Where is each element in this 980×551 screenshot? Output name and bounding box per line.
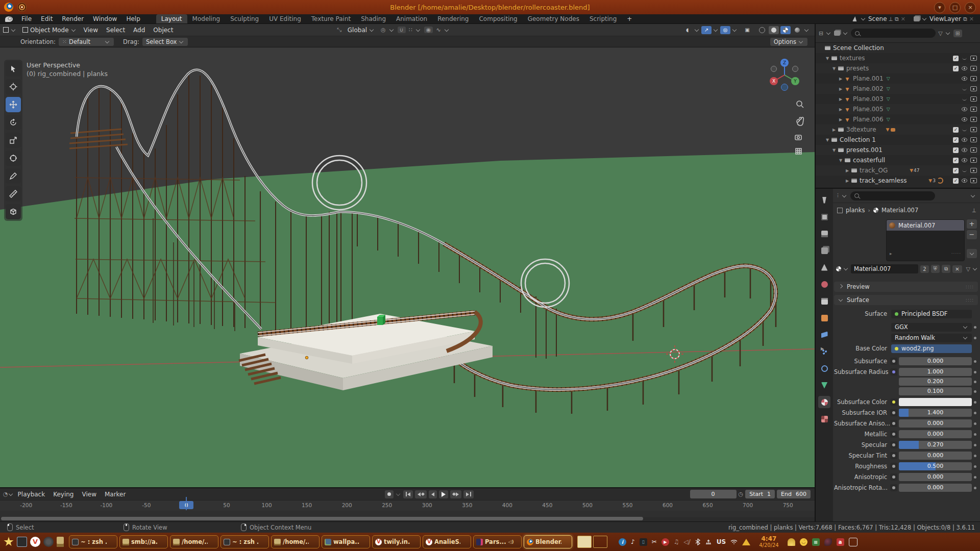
- render-visibility-icon[interactable]: [970, 107, 977, 112]
- value-slider[interactable]: 0.500: [899, 462, 972, 470]
- workspace-tab[interactable]: Sculpting: [225, 14, 264, 23]
- expand-arrow-icon[interactable]: [844, 179, 850, 183]
- value-slider[interactable]: 0.000: [899, 473, 972, 481]
- render-visibility-icon[interactable]: [970, 168, 977, 173]
- snap-target-icon[interactable]: ∷: [409, 27, 412, 33]
- expand-arrow-icon[interactable]: [838, 77, 844, 81]
- shading-wireframe-button[interactable]: [757, 26, 767, 34]
- slot-expand-icon[interactable]: ▸: [890, 251, 892, 256]
- outliner-row[interactable]: Plane.003: [816, 94, 980, 104]
- tray-music-icon[interactable]: ♪: [631, 538, 635, 545]
- maximize-button[interactable]: □: [949, 2, 961, 13]
- workspace-tab[interactable]: Animation: [391, 14, 432, 23]
- hide-eye-icon[interactable]: [961, 66, 968, 70]
- clock[interactable]: 4:474/20/24: [759, 536, 779, 548]
- viewport-menu[interactable]: View: [80, 27, 102, 34]
- expand-arrow-icon[interactable]: [831, 66, 837, 71]
- hide-eye-icon[interactable]: [961, 148, 968, 152]
- animate-property-dot[interactable]: [890, 368, 897, 375]
- prev-keyframe-button[interactable]: [415, 490, 427, 498]
- outliner-row[interactable]: coasterfull: [816, 155, 980, 165]
- timeline-menu[interactable]: Keying: [49, 491, 78, 498]
- tab-render[interactable]: [818, 211, 830, 223]
- value-slider[interactable]: 0.000: [899, 484, 972, 492]
- outliner-row[interactable]: Collection 1: [816, 135, 980, 145]
- animate-property-dot[interactable]: [890, 473, 897, 481]
- tab-modifiers[interactable]: [818, 329, 830, 341]
- tab-output[interactable]: [818, 228, 830, 240]
- snap-magnet-icon[interactable]: ∪: [398, 27, 406, 33]
- add-cube-tool[interactable]: [6, 204, 21, 219]
- expand-arrow-icon[interactable]: ▶: [821, 346, 824, 351]
- exclude-checkbox[interactable]: [953, 137, 959, 143]
- taskbar-window-button[interactable]: smb://a... ◁): [119, 535, 168, 548]
- value-slider[interactable]: [899, 398, 972, 406]
- tray-amazon-icon[interactable]: a: [837, 538, 844, 546]
- decorator-dot[interactable]: [972, 465, 978, 468]
- shading-solid-button[interactable]: [769, 26, 779, 34]
- hide-eye-icon[interactable]: [961, 158, 968, 162]
- tray-rose-icon[interactable]: [824, 538, 832, 546]
- tray-lamp-icon[interactable]: [788, 538, 795, 546]
- outliner-row[interactable]: Scene Collection: [816, 43, 980, 53]
- timeline-editor-icon[interactable]: ◔: [3, 491, 8, 497]
- exclude-checkbox[interactable]: [953, 66, 959, 71]
- expand-arrow-icon[interactable]: [838, 158, 844, 163]
- taskbar-window-button[interactable]: Blender... ◁): [524, 535, 572, 548]
- pivot-point-icon[interactable]: ◎: [381, 27, 386, 33]
- current-frame-field[interactable]: 0: [690, 490, 737, 498]
- exclude-checkbox[interactable]: [953, 178, 959, 184]
- outliner-editor-icon[interactable]: ⊟: [819, 30, 823, 37]
- mode-dropdown[interactable]: Object Mode: [19, 26, 80, 34]
- screenshot-icon[interactable]: [43, 537, 54, 547]
- keyboard-layout[interactable]: US: [717, 538, 726, 545]
- pin-icon[interactable]: ⟂: [972, 207, 976, 214]
- animate-property-dot[interactable]: [890, 431, 897, 438]
- delete-viewlayer-icon[interactable]: ✕: [969, 16, 974, 22]
- exclude-checkbox[interactable]: [953, 158, 959, 163]
- decorator-dot[interactable]: [972, 422, 978, 425]
- workspace-tab[interactable]: Texture Paint: [306, 14, 356, 23]
- new-scene-icon[interactable]: ⧉: [895, 16, 899, 22]
- outliner-row[interactable]: textures: [816, 53, 980, 63]
- properties-editor-icon[interactable]: ⫶: [837, 192, 839, 199]
- decorator-dot[interactable]: [972, 476, 978, 479]
- render-visibility-icon[interactable]: [970, 127, 977, 132]
- timeline-menu[interactable]: View: [78, 491, 100, 498]
- warning-icon[interactable]: [742, 539, 750, 545]
- users-count[interactable]: 2: [920, 265, 928, 273]
- desktop-2[interactable]: [593, 536, 607, 548]
- tab-scene[interactable]: [818, 261, 830, 273]
- viewport-menu[interactable]: Select: [102, 27, 129, 34]
- tray-audio-input-icon[interactable]: ♫: [674, 538, 679, 545]
- expand-arrow-icon[interactable]: [831, 148, 837, 153]
- material-slot[interactable]: Material.007: [887, 220, 964, 231]
- workspace-tab[interactable]: Layout: [156, 14, 187, 23]
- value-slider[interactable]: 0.100: [899, 387, 972, 395]
- options-dropdown[interactable]: Options: [770, 38, 807, 46]
- new-viewlayer-icon[interactable]: ⧉: [963, 16, 967, 22]
- render-visibility-icon[interactable]: [970, 66, 977, 71]
- hide-eye-icon[interactable]: [961, 77, 968, 81]
- workspace-tab[interactable]: UV Editing: [264, 14, 306, 23]
- timeline-scrollbar[interactable]: [1, 517, 643, 520]
- animate-property-dot[interactable]: [890, 452, 897, 459]
- tray-info-icon[interactable]: i: [619, 538, 626, 546]
- topbar-menu[interactable]: Render: [57, 15, 88, 22]
- animate-property-dot[interactable]: [890, 463, 897, 470]
- animate-property-dot[interactable]: [890, 484, 897, 491]
- drag-select[interactable]: Select Box: [142, 38, 188, 46]
- fake-user-shield-icon[interactable]: ⛨: [931, 265, 940, 273]
- falloff-curve-icon[interactable]: ∿: [436, 27, 440, 33]
- hide-eye-icon[interactable]: [961, 97, 968, 101]
- topbar-menu[interactable]: Window: [88, 15, 121, 22]
- render-visibility-icon[interactable]: [970, 56, 977, 61]
- workspace-tab[interactable]: Geometry Nodes: [523, 14, 584, 23]
- expand-arrow-icon[interactable]: [838, 117, 844, 122]
- overlays-toggle[interactable]: ◎: [720, 26, 730, 34]
- render-visibility-icon[interactable]: [970, 96, 977, 102]
- outliner-row[interactable]: Plane.001: [816, 73, 980, 84]
- taskbar-window-button[interactable]: AnalieS... ◁): [423, 535, 471, 548]
- workspace-tab[interactable]: Modeling: [187, 14, 226, 23]
- value-slider[interactable]: 0.000: [899, 452, 972, 460]
